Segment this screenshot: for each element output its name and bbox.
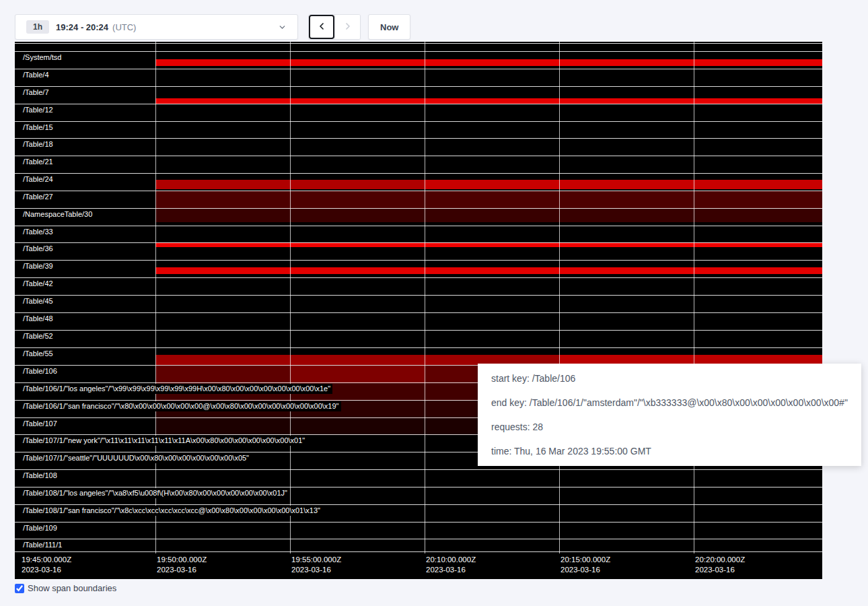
heat-band: [155, 191, 822, 208]
span-boundary-line: [15, 347, 822, 348]
row-label: /Table/24: [21, 174, 55, 184]
toolbar: 1h 19:24 - 20:24 (UTC) Now: [15, 14, 410, 40]
span-boundary-line: [15, 43, 822, 44]
axis-tick: 20:20:00.000Z2023-03-16: [695, 555, 745, 575]
row-label: /Table/107/1/"new york"/"\x11\x11\x11\x1…: [21, 436, 307, 446]
span-boundary-line: [15, 104, 822, 104]
heat-band: [155, 98, 822, 104]
axis-date: 2023-03-16: [560, 565, 610, 575]
span-boundary-line: [15, 226, 822, 226]
row-label: /Table/108/1/"los angeles"/"\xa8\xf5\u00…: [21, 488, 289, 498]
span-boundary-line: [15, 539, 822, 539]
show-span-boundaries-checkbox[interactable]: [15, 584, 24, 593]
span-boundary-line: [15, 469, 822, 470]
time-gridline: [425, 42, 425, 553]
axis-time: 20:15:00.000Z: [560, 555, 610, 565]
span-boundary-line: [15, 191, 822, 191]
row-label: /Table/4: [21, 70, 51, 80]
row-label: /Table/27: [21, 192, 55, 202]
span-boundary-line: [15, 156, 822, 156]
axis-time: 20:20:00.000Z: [695, 555, 745, 565]
hover-tooltip: start key: /Table/106 end key: /Table/10…: [478, 364, 861, 466]
axis-time: 19:50:00.000Z: [157, 555, 207, 565]
span-boundary-line: [15, 330, 822, 331]
tooltip-start-key: start key: /Table/106: [491, 373, 848, 384]
tooltip-end-key: end key: /Table/106/1/"amsterdam"/"\xb33…: [491, 397, 848, 408]
row-label: /Table/108: [21, 471, 59, 481]
span-boundary-line: [15, 295, 822, 296]
time-gridline: [559, 42, 560, 553]
row-label: /System/tsd: [21, 53, 63, 63]
now-button[interactable]: Now: [368, 14, 410, 40]
row-label: /Table/48: [21, 314, 55, 324]
duration-badge: 1h: [26, 20, 49, 34]
footer: Show span boundaries: [15, 583, 116, 593]
heat-band: [155, 366, 290, 383]
row-label: /Table/45: [21, 296, 55, 306]
axis-tick: 19:55:00.000Z2023-03-16: [291, 555, 341, 575]
row-label: /NamespaceTable/30: [21, 209, 94, 220]
axis-tick: 19:45:00.000Z2023-03-16: [22, 555, 71, 575]
heat-band: [155, 267, 822, 274]
axis-time: 19:45:00.000Z: [22, 555, 71, 565]
span-boundary-line: [15, 551, 822, 552]
chevron-right-icon: [342, 21, 353, 34]
axis-tick: 20:15:00.000Z2023-03-16: [560, 555, 610, 575]
time-gridline: [694, 42, 694, 553]
row-label: /Table/39: [21, 261, 55, 271]
row-label: /Table/108/1/"san francisco"/"\x8c\xcc\x…: [21, 506, 322, 516]
row-label: /Table/12: [21, 105, 55, 115]
span-boundary-line: [15, 138, 822, 139]
span-boundary-line: [15, 69, 822, 69]
span-boundary-line: [15, 504, 822, 505]
axis-date: 2023-03-16: [426, 565, 476, 575]
span-boundary-line: [15, 260, 822, 261]
row-label: /Table/7: [21, 88, 51, 98]
row-label: /Table/33: [21, 227, 55, 237]
span-boundary-line: [15, 173, 822, 174]
key-visualizer-canvas[interactable]: /System/tsd/Table/4/Table/7/Table/12/Tab…: [15, 42, 822, 579]
tooltip-requests: requests: 28: [491, 422, 848, 432]
heat-band: [425, 180, 822, 189]
axis-tick: 20:10:00.000Z2023-03-16: [426, 555, 476, 575]
row-label: /Table/106/1/"san francisco"/"\x80\x00\x…: [21, 401, 341, 411]
span-boundary-line: [15, 51, 822, 52]
row-label: /Table/55: [21, 349, 55, 359]
row-label: /Table/36: [21, 244, 55, 254]
heat-band: [290, 366, 425, 383]
axis-time: 20:10:00.000Z: [426, 555, 476, 565]
show-span-boundaries-label: Show span boundaries: [28, 583, 116, 593]
span-boundary-line: [15, 242, 822, 243]
axis-date: 2023-03-16: [291, 565, 341, 575]
next-time-button[interactable]: [334, 15, 360, 39]
axis-date: 2023-03-16: [695, 565, 745, 575]
row-label: /Table/52: [21, 331, 55, 341]
tooltip-time: time: Thu, 16 Mar 2023 19:55:00 GMT: [491, 446, 848, 457]
chevron-down-icon: [278, 23, 287, 32]
span-boundary-line: [15, 86, 822, 87]
heat-band: [155, 242, 822, 247]
span-boundary-line: [15, 312, 822, 313]
span-boundary-line: [15, 487, 822, 487]
heat-band: [155, 208, 822, 222]
heat-band: [155, 59, 822, 66]
key-visualizer-page: 1h 19:24 - 20:24 (UTC) Now /System/tsd/T…: [0, 0, 868, 606]
axis-date: 2023-03-16: [157, 565, 207, 575]
span-boundary-line: [15, 208, 822, 209]
row-label: /Table/109: [21, 523, 59, 533]
axis-tick: 19:50:00.000Z2023-03-16: [157, 555, 207, 575]
chevron-left-icon: [316, 21, 327, 34]
row-label: /Table/18: [21, 139, 55, 149]
time-range-selector[interactable]: 1h 19:24 - 20:24 (UTC): [15, 14, 298, 40]
row-label: /Table/15: [21, 123, 55, 133]
row-label: /Table/106: [21, 366, 59, 376]
axis-date: 2023-03-16: [22, 565, 71, 575]
time-range-label: 19:24 - 20:24: [56, 22, 108, 32]
prev-time-button[interactable]: [309, 15, 334, 39]
row-label: /Table/42: [21, 279, 55, 289]
span-boundary-line: [15, 277, 822, 278]
row-label: /Table/111/1: [21, 540, 64, 550]
span-boundary-line: [15, 522, 822, 523]
row-label: /Table/21: [21, 157, 55, 167]
row-label: /Table/107: [21, 419, 59, 429]
